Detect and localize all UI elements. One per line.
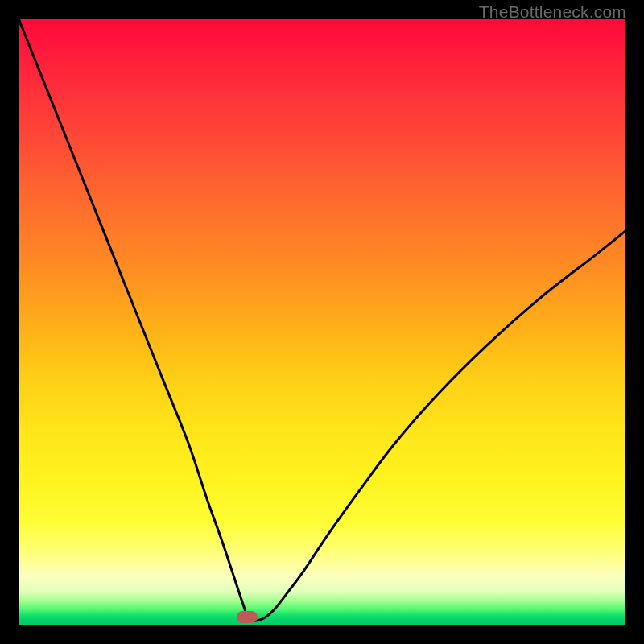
curve-line xyxy=(19,19,625,625)
plot-area xyxy=(19,19,625,625)
bottleneck-marker xyxy=(237,611,258,623)
chart-frame: TheBottleneck.com xyxy=(0,0,644,644)
